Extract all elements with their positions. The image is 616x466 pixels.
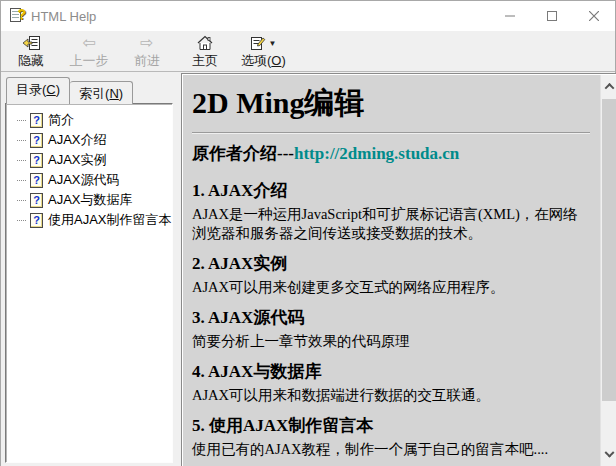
forward-button-label: 前进 [134, 52, 160, 70]
section-body: AJAX可以用来创建更多交互式的网络应用程序。 [192, 278, 590, 297]
section-heading: 5. 使用AJAX制作留言本 [192, 414, 590, 437]
tree-item-label: AJAX源代码 [48, 171, 120, 189]
question-page-icon: ? [30, 153, 43, 168]
titlebar: ? HTML Help [1, 1, 615, 31]
question-page-icon: ? [30, 133, 43, 148]
section-body: 简要分析上一章节效果的代码原理 [192, 332, 590, 351]
question-glyph: ? [17, 7, 26, 21]
scroll-down-button[interactable] [601, 447, 616, 464]
hide-panel-icon [22, 34, 41, 52]
question-page-icon: ? [30, 193, 43, 208]
author-link[interactable]: http://2dming.studa.cn [294, 144, 459, 163]
section-4: 4. AJAX与数据库 AJAX可以用来和数据端进行数据的交互联通。 [192, 360, 590, 405]
navigation-pane: 目录(C) 索引(N) ? 简介 ? AJAX介绍 [1, 73, 181, 466]
tree-item-label: 简介 [48, 111, 74, 129]
author-line: 原作者介绍---http://2dming.studa.cn [192, 142, 590, 165]
section-heading: 2. AJAX实例 [192, 252, 590, 275]
section-5: 5. 使用AJAX制作留言本 使用已有的AJAX教程，制作一个属于自己的留言本吧… [192, 414, 590, 459]
section-body: AJAX可以用来和数据端进行数据的交互联通。 [192, 386, 590, 405]
tree-item-ajax-source[interactable]: ? AJAX源代码 [12, 170, 170, 190]
help-page-question-icon: ? [9, 8, 25, 24]
toolbar: 隐藏 ⇦ 上一步 ⇨ 前进 主页 [1, 31, 615, 72]
section-heading: 4. AJAX与数据库 [192, 360, 590, 383]
scrollbar-thumb[interactable] [602, 99, 616, 401]
minimize-button[interactable] [489, 1, 531, 31]
hide-button-label: 隐藏 [18, 52, 44, 70]
back-arrow-icon: ⇦ [82, 34, 95, 52]
tree-item-label: AJAX实例 [48, 151, 107, 169]
chevron-down-icon [605, 448, 615, 458]
tree-item-intro[interactable]: ? 简介 [12, 110, 170, 130]
back-button-label: 上一步 [70, 52, 109, 70]
question-page-icon: ? [30, 113, 43, 128]
section-body: AJAX是一种运用JavaScript和可扩展标记语言(XML)，在网络浏览器和… [192, 205, 590, 243]
page-title: 2D Ming编辑 [192, 83, 590, 124]
options-button-label: 选项(O) [241, 52, 286, 70]
section-2: 2. AJAX实例 AJAX可以用来创建更多交互式的网络应用程序。 [192, 252, 590, 297]
tree-item-ajax-guestbook[interactable]: ? 使用AJAX制作留言本 [12, 210, 170, 230]
window-title: HTML Help [31, 9, 96, 24]
tree-item-label: AJAX介绍 [48, 131, 107, 149]
question-page-icon: ? [30, 173, 43, 188]
main-area: 目录(C) 索引(N) ? 简介 ? AJAX介绍 [1, 73, 616, 466]
scroll-up-button[interactable] [601, 78, 616, 95]
tree-item-ajax-intro[interactable]: ? AJAX介绍 [12, 130, 170, 150]
forward-button[interactable]: ⇨ 前进 [125, 34, 169, 70]
dropdown-caret-icon: ▼ [268, 39, 276, 48]
tab-index[interactable]: 索引(N) [70, 81, 133, 104]
html-help-window: ? HTML Help [0, 0, 616, 466]
tab-contents[interactable]: 目录(C) [6, 77, 70, 104]
section-heading: 1. AJAX介绍 [192, 179, 590, 202]
tree-item-label: 使用AJAX制作留言本 [48, 211, 172, 229]
tree-item-ajax-database[interactable]: ? AJAX与数据库 [12, 190, 170, 210]
question-page-icon: ? [30, 213, 43, 228]
forward-arrow-icon: ⇨ [140, 34, 153, 52]
section-body: 使用已有的AJAX教程，制作一个属于自己的留言本吧.... [192, 440, 590, 459]
hide-button[interactable]: 隐藏 [9, 34, 53, 70]
close-button[interactable] [573, 1, 615, 31]
topic-document: 2D Ming编辑 原作者介绍---http://2dming.studa.cn… [183, 75, 600, 466]
vertical-scrollbar[interactable] [600, 75, 616, 466]
options-page-icon: ▼ [250, 34, 276, 52]
back-button[interactable]: ⇦ 上一步 [67, 34, 111, 70]
home-icon [196, 34, 214, 52]
options-button[interactable]: ▼ 选项(O) [241, 34, 286, 70]
contents-tree: ? 简介 ? AJAX介绍 ? AJAX实例 [5, 103, 173, 463]
home-button[interactable]: 主页 [183, 34, 227, 70]
nav-tabs: 目录(C) 索引(N) [6, 79, 133, 104]
chevron-up-icon [605, 83, 615, 93]
tree-item-label: AJAX与数据库 [48, 191, 133, 209]
topic-pane: 2D Ming编辑 原作者介绍---http://2dming.studa.cn… [181, 73, 616, 466]
divider [192, 132, 590, 134]
home-button-label: 主页 [192, 52, 218, 70]
window-controls [489, 1, 615, 31]
section-1: 1. AJAX介绍 AJAX是一种运用JavaScript和可扩展标记语言(XM… [192, 179, 590, 243]
maximize-button[interactable] [531, 1, 573, 31]
section-3: 3. AJAX源代码 简要分析上一章节效果的代码原理 [192, 306, 590, 351]
tree-item-ajax-example[interactable]: ? AJAX实例 [12, 150, 170, 170]
section-heading: 3. AJAX源代码 [192, 306, 590, 329]
